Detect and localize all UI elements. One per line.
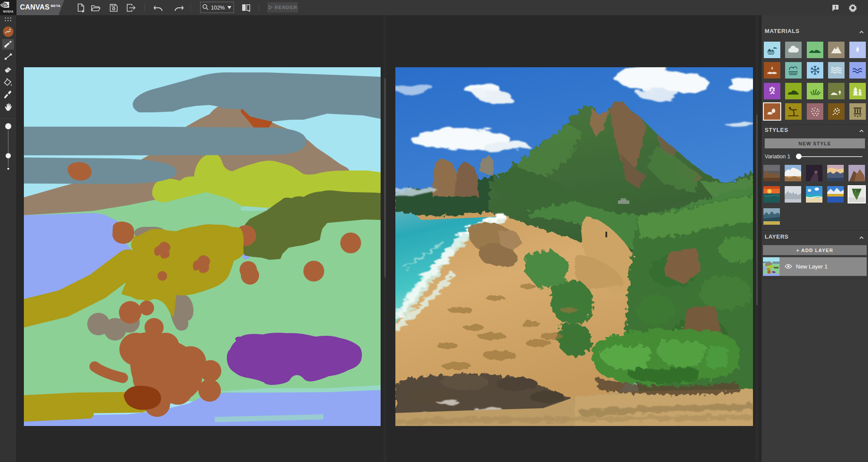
svg-text:102%: 102% bbox=[211, 5, 225, 11]
svg-text:NVIDIA: NVIDIA bbox=[3, 10, 13, 13]
